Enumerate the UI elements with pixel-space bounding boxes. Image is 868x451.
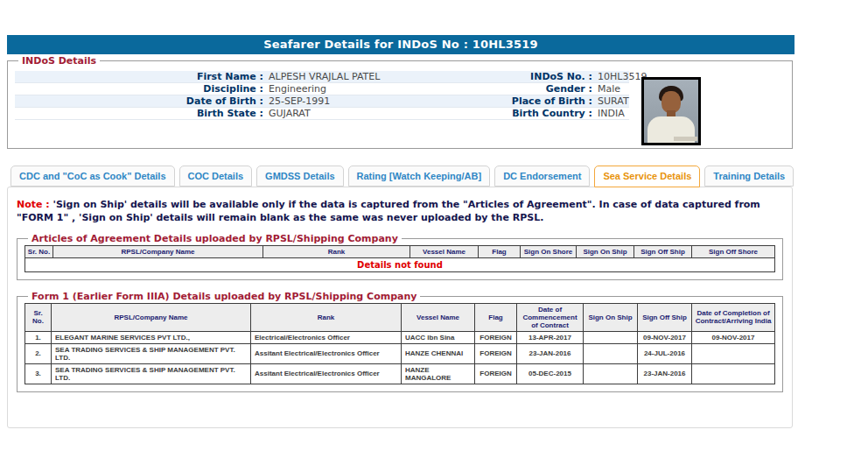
form1-legend: Form 1 (Earlier Form IIIA) Details uploa… (28, 291, 420, 302)
indos-no-label: INDoS No. : (431, 71, 592, 82)
col-flag: Flag (475, 303, 517, 331)
cell-rank: Assitant Electrical/Electronics Officer (251, 343, 402, 363)
articles-empty-row: Details not found (25, 257, 775, 271)
cell-flag: FOREIGN (475, 343, 517, 363)
col-rank: Rank (263, 245, 410, 257)
note-body: 'Sign on Ship' details will be available… (17, 199, 760, 223)
cell-sign-off-ship: 23-JAN-2016 (638, 363, 692, 384)
place-of-birth-value: SURAT (592, 95, 629, 107)
cell-company: SEA TRADING SERVICES & SHIP MANAGEMENT P… (52, 363, 251, 384)
cell-sr-no: 2. (25, 343, 52, 363)
first-name-value: ALPESH VRAJLAL PATEL (263, 71, 431, 82)
cell-flag: FOREIGN (475, 331, 517, 343)
cell-date-commencement: 13-APR-2017 (517, 331, 584, 343)
birth-country-label: Birth Country : (431, 108, 592, 119)
discipline-value: Engineering (263, 83, 431, 95)
articles-legend: Articles of Agreement Details uploaded b… (28, 233, 402, 244)
details-not-found-message: Details not found (25, 257, 775, 271)
tab-rating-watch-keeping-ab[interactable]: Rating [Watch Keeping/AB] (348, 166, 491, 187)
col-rpsl-company: RPSL/Company Name (52, 303, 251, 331)
col-vessel-name: Vessel Name (402, 303, 475, 331)
seafarer-photo (641, 77, 701, 145)
col-date-completion: Date of Completion of Contract/Arriving … (692, 303, 775, 331)
table-row: 3. SEA TRADING SERVICES & SHIP MANAGEMEN… (25, 363, 775, 384)
date-of-birth-label: Date of Birth : (15, 95, 263, 107)
cell-date-commencement: 23-JAN-2016 (517, 343, 584, 363)
col-rank: Rank (251, 303, 402, 331)
note-text: Note : 'Sign on Ship' details will be av… (17, 199, 783, 225)
articles-header-row: Sr. No. RPSL/Company Name Rank Vessel Na… (25, 245, 775, 257)
cell-rank: Electrical/Electronics Officer (251, 331, 402, 343)
col-flag: Flag (479, 245, 521, 257)
gender-label: Gender : (431, 83, 592, 95)
indos-row-birth-state: Birth State : GUJARAT Birth Country : IN… (15, 108, 629, 120)
cell-vessel: UACC Ibn Sina (402, 331, 475, 343)
articles-of-agreement-section: Articles of Agreement Details uploaded b… (17, 233, 783, 280)
table-row: 2. SEA TRADING SERVICES & SHIP MANAGEMEN… (25, 343, 775, 363)
col-sign-off-shore: Sign Off Shore (692, 245, 775, 257)
discipline-label: Discipline : (15, 83, 263, 95)
note-prefix: Note : (17, 199, 50, 210)
cell-company: SEA TRADING SERVICES & SHIP MANAGEMENT P… (52, 343, 251, 363)
photo-caption-strip (674, 137, 697, 141)
col-sign-on-ship: Sign On Ship (577, 245, 634, 257)
tab-cdc-coc-cook-details[interactable]: CDC and "CoC as Cook" Details (10, 166, 175, 187)
col-vessel-name: Vessel Name (410, 245, 479, 257)
seafarer-details-page: Seafarer Details for INDoS No : 10HL3519… (0, 0, 868, 451)
first-name-label: First Name : (15, 71, 263, 82)
cell-sign-on-ship (584, 331, 638, 343)
page-title: Seafarer Details for INDoS No : 10HL3519 (7, 35, 794, 54)
indos-row-birth-date: Date of Birth : 25-SEP-1991 Place of Bir… (15, 95, 629, 108)
form1-header-row: Sr. No. RPSL/Company Name Rank Vessel Na… (25, 303, 775, 331)
cell-flag: FOREIGN (475, 363, 517, 384)
cell-date-completion: 09-NOV-2017 (692, 331, 775, 343)
indos-details-section: INDoS Details First Name : ALPESH VRAJLA… (7, 55, 793, 149)
form1-table: Sr. No. RPSL/Company Name Rank Vessel Na… (24, 303, 775, 384)
indos-row-discipline: Discipline : Engineering Gender : Male (15, 83, 629, 95)
tab-gmdss-details[interactable]: GMDSS Details (256, 166, 343, 187)
cell-sign-on-ship (584, 363, 638, 384)
place-of-birth-label: Place of Birth : (431, 95, 592, 107)
col-rpsl-company: RPSL/Company Name (53, 245, 263, 257)
birth-country-value: INDIA (592, 108, 629, 119)
cell-company: ELEGANT MARINE SERVICES PVT LTD., (52, 331, 251, 343)
gender-value: Male (592, 83, 629, 95)
sea-service-panel: Note : 'Sign on Ship' details will be av… (7, 187, 793, 428)
tab-training-details[interactable]: Training Details (704, 166, 794, 187)
cell-sr-no: 3. (25, 363, 52, 384)
cell-sr-no: 1. (25, 331, 52, 343)
articles-table: Sr. No. RPSL/Company Name Rank Vessel Na… (24, 245, 775, 272)
col-sign-off-ship: Sign Off Ship (638, 303, 692, 331)
cell-date-completion (692, 343, 775, 363)
col-sr-no: Sr. No. (25, 245, 53, 257)
indos-row-name: First Name : ALPESH VRAJLAL PATEL INDoS … (15, 71, 629, 83)
col-sr-no: Sr. No. (25, 303, 52, 331)
birth-state-value: GUJARAT (263, 108, 431, 119)
indos-details-grid: First Name : ALPESH VRAJLAL PATEL INDoS … (15, 71, 629, 120)
indos-details-legend: INDoS Details (18, 55, 100, 67)
form1-section: Form 1 (Earlier Form IIIA) Details uploa… (17, 291, 783, 392)
cell-sign-off-ship: 24-JUL-2016 (638, 343, 692, 363)
cell-sign-off-ship: 09-NOV-2017 (638, 331, 692, 343)
col-sign-on-ship: Sign On Ship (584, 303, 638, 331)
birth-state-label: Birth State : (15, 108, 263, 119)
tab-sea-service-details[interactable]: Sea Service Details (594, 166, 700, 187)
tab-coc-details[interactable]: COC Details (179, 166, 253, 187)
col-date-commencement: Date of Commencement of Contract (517, 303, 584, 331)
tab-strip: CDC and "CoC as Cook" Details COC Detail… (10, 166, 794, 187)
cell-sign-on-ship (584, 343, 638, 363)
table-row: 1. ELEGANT MARINE SERVICES PVT LTD., Ele… (25, 331, 775, 343)
col-sign-on-shore: Sign On Shore (521, 245, 577, 257)
cell-date-completion (692, 363, 775, 384)
col-sign-off-ship: Sign Off Ship (634, 245, 692, 257)
cell-vessel: HANZE MANGALORE (402, 363, 475, 384)
date-of-birth-value: 25-SEP-1991 (263, 95, 431, 107)
tab-dc-endorsement[interactable]: DC Endorsement (494, 166, 590, 187)
cell-date-commencement: 05-DEC-2015 (517, 363, 584, 384)
cell-rank: Assitant Electrical/Electronics Officer (251, 363, 402, 384)
indos-no-value: 10HL3519 (592, 71, 647, 82)
cell-vessel: HANZE CHENNAI (402, 343, 475, 363)
